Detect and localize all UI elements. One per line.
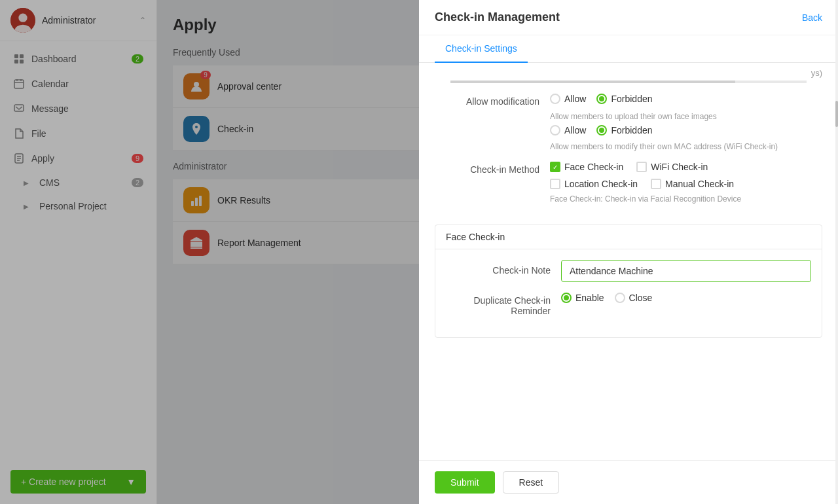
tab-checkin-settings[interactable]: Check-in Settings xyxy=(435,35,528,63)
allow-modification-forbidden-option[interactable]: Forbidden xyxy=(596,94,652,104)
checkin-note-row: Check-in Note xyxy=(446,260,811,282)
modal-footer: Submit Reset xyxy=(419,460,838,504)
method-hint: Face Check-in: Check-in via Facial Recog… xyxy=(550,194,822,204)
allow-modification-forbidden-radio[interactable] xyxy=(596,94,607,104)
reset-button[interactable]: Reset xyxy=(503,471,560,494)
allow-upload-radio-group: Allow Forbidden xyxy=(550,125,822,135)
modal: × Check-in Management Back Check-in Sett… xyxy=(419,0,838,504)
checkin-note-control xyxy=(561,260,811,282)
allow-upload-allow-radio[interactable] xyxy=(550,125,560,135)
modal-title: Check-in Management xyxy=(435,10,560,24)
duplicate-close-option[interactable]: Close xyxy=(615,293,653,303)
manual-checkin-checkbox[interactable]: Manual Check-in xyxy=(651,179,734,189)
face-checkin-checkbox[interactable]: ✓ Face Check-in xyxy=(550,162,623,172)
submit-button[interactable]: Submit xyxy=(435,471,495,494)
location-checkin-input[interactable] xyxy=(550,179,560,189)
allow-modification-radio-group: Allow Forbidden xyxy=(550,94,822,104)
duplicate-enable-option[interactable]: Enable xyxy=(561,293,604,303)
checkin-method-checkbox-group2: Location Check-in Manual Check-in xyxy=(550,179,822,189)
allow-upload-allow-label: Allow xyxy=(564,125,586,135)
enable-label: Enable xyxy=(575,293,604,303)
checkin-method-row: Check-in Method ✓ Face Check-in WiFi Che… xyxy=(435,162,822,204)
allow-mac-hint: Allow members to modify their own MAC ad… xyxy=(550,142,822,151)
checkin-method-control: ✓ Face Check-in WiFi Check-in Lo xyxy=(550,162,822,204)
duplicate-reminder-control: Enable Close xyxy=(561,293,811,303)
overlay: × Check-in Management Back Check-in Sett… xyxy=(0,0,838,504)
wifi-checkin-label: WiFi Check-in xyxy=(651,162,708,172)
allow-upload-forbidden-option[interactable]: Forbidden xyxy=(596,125,652,135)
forbidden-label: Forbidden xyxy=(611,94,652,104)
allow-label: Allow xyxy=(564,94,586,104)
duplicate-reminder-row: Duplicate Check-in Reminder Enable Close xyxy=(446,293,811,316)
allow-upload-forbidden-radio[interactable] xyxy=(596,125,607,135)
allow-modification-allow-option[interactable]: Allow xyxy=(550,94,586,104)
wifi-checkin-checkbox[interactable]: WiFi Check-in xyxy=(636,162,708,172)
close-label: Close xyxy=(629,293,653,303)
face-checkin-input[interactable]: ✓ xyxy=(550,162,560,172)
location-checkin-checkbox[interactable]: Location Check-in xyxy=(550,179,638,189)
duplicate-enable-radio[interactable] xyxy=(561,293,572,303)
allow-upload-hint: Allow members to upload their own face i… xyxy=(550,112,822,121)
modal-body: Check-in Settings ys) Allow modification xyxy=(419,35,838,460)
allow-modification-allow-radio[interactable] xyxy=(550,94,560,104)
checkin-note-label: Check-in Note xyxy=(446,260,551,276)
face-checkin-section-title: Face Check-in xyxy=(435,225,822,249)
allow-upload-forbidden-label: Forbidden xyxy=(611,125,652,135)
duplicate-close-radio[interactable] xyxy=(615,293,625,303)
modal-header: Check-in Management Back xyxy=(419,0,838,35)
duplicate-reminder-radio-group: Enable Close xyxy=(561,293,811,303)
location-checkin-label: Location Check-in xyxy=(564,179,638,189)
modal-tabs: Check-in Settings xyxy=(419,35,838,63)
manual-checkin-label: Manual Check-in xyxy=(665,179,734,189)
allow-modification-row: Allow modification Allow Forbidden xyxy=(435,94,822,151)
manual-checkin-input[interactable] xyxy=(651,179,661,189)
checkin-method-checkbox-group: ✓ Face Check-in WiFi Check-in xyxy=(550,162,822,172)
modal-scrollbar xyxy=(835,0,838,504)
face-checkin-label: Face Check-in xyxy=(564,162,623,172)
allow-modification-control: Allow Forbidden Allow members to upload … xyxy=(550,94,822,151)
face-checkin-body: Check-in Note Duplicate Check-in Reminde… xyxy=(435,249,822,337)
checkin-note-input[interactable] xyxy=(561,260,811,282)
duplicate-reminder-label: Duplicate Check-in Reminder xyxy=(446,293,551,316)
face-checkin-section: Face Check-in Check-in Note Duplicate Ch… xyxy=(435,225,822,338)
wifi-checkin-input[interactable] xyxy=(636,162,647,172)
modal-back-button[interactable]: Back xyxy=(802,12,822,23)
modal-scrollbar-thumb xyxy=(835,101,838,127)
allow-modification-label: Allow modification xyxy=(435,94,539,107)
checkin-method-label: Check-in Method xyxy=(435,162,539,175)
allow-upload-allow-option[interactable]: Allow xyxy=(550,125,586,135)
allow-modification-section: Allow modification Allow Forbidden xyxy=(419,83,838,225)
